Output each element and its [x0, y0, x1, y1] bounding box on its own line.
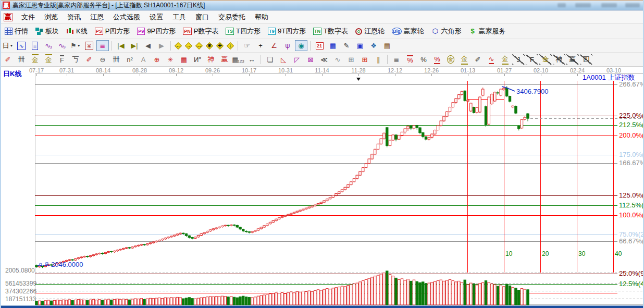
toolbar-t-number-table[interactable]: TNT数字表 — [309, 26, 352, 37]
fit-view-button[interactable]: ↕ — [226, 41, 235, 51]
shen-angle[interactable]: 神 — [553, 54, 565, 65]
measure-line-button[interactable]: ∠ — [268, 40, 280, 51]
toolbar-winner-wheel[interactable]: Big赢家轮 — [388, 26, 428, 37]
flag-marker-button[interactable]: ⚑▼ — [69, 40, 82, 51]
box-corner[interactable]: ❏ — [264, 54, 276, 65]
menu-item-8[interactable]: 交易委托 — [214, 11, 250, 23]
gold-ruler-b[interactable]: 金 — [42, 54, 55, 65]
ruler-tool-2[interactable]: 卌 — [110, 54, 122, 65]
toolbar-9p-square[interactable]: P99P四方形 — [133, 26, 179, 37]
menu-item-6[interactable]: 工具 — [168, 11, 191, 23]
s-tool[interactable]: 丂 — [69, 54, 82, 65]
menu-item-5[interactable]: 设置 — [145, 11, 168, 23]
toolbar-t-square[interactable]: TST四方形 — [222, 26, 264, 37]
calculator-button[interactable]: ▦ — [327, 40, 339, 51]
menu-item-9[interactable]: 帮助 — [250, 11, 273, 23]
menu-item-3[interactable]: 江恩 — [85, 11, 108, 23]
prev-bar-button[interactable]: ◀ — [142, 40, 154, 51]
trend-overlay-button[interactable]: ∿ — [15, 40, 28, 51]
calendar-button[interactable]: 21 — [313, 40, 326, 51]
toolbar-sectors[interactable]: 板块 — [32, 26, 63, 37]
wave-channel[interactable]: ∿ — [485, 54, 498, 65]
j-angle[interactable]: J — [512, 54, 525, 65]
wave9-button[interactable]: ∿9 — [56, 40, 68, 51]
fan-lines[interactable]: ≪ — [318, 54, 330, 65]
menu-item-7[interactable]: 窗口 — [191, 11, 214, 23]
f-ruler[interactable]: F — [56, 54, 68, 65]
kline-chart-canvas[interactable] — [1, 67, 644, 306]
x-box[interactable]: ⊠ — [304, 54, 317, 65]
menu-item-1[interactable]: 浏览 — [40, 11, 63, 23]
expand-all-button[interactable]: ✚ — [215, 41, 225, 51]
zigzag-tool[interactable]: ∿ — [331, 54, 344, 65]
kline-chart-area[interactable]: 日K线 1A0001 上证指数 3406.7900 2046.0000 2005… — [1, 67, 644, 306]
ying-ruler[interactable]: 赢 — [218, 54, 231, 65]
fork-tool-button[interactable]: ψ — [281, 40, 294, 51]
toolbar-hexagon[interactable]: ⬡六角形 — [428, 26, 465, 37]
expand-h-button[interactable]: ↔ — [194, 41, 204, 51]
fan-from-corner[interactable]: ◺ — [277, 54, 290, 65]
red-marker-pen[interactable]: ✐ — [83, 54, 95, 65]
gold-ruler-a[interactable]: 金 — [29, 54, 41, 65]
shen-ruler[interactable]: 神 — [205, 54, 217, 65]
ai-analysis-button[interactable]: ◉ — [295, 40, 307, 51]
next-bar-button[interactable]: ▶ — [155, 40, 168, 51]
save-button[interactable]: ▣ — [354, 40, 366, 51]
toolbar-p-number-table[interactable]: PNP数字表 — [179, 26, 222, 37]
menu-item-2[interactable]: 资讯 — [63, 11, 85, 23]
menu-item-4[interactable]: 公式选股 — [108, 11, 145, 23]
toolbar-9t-square[interactable]: T99T四方形 — [264, 26, 309, 37]
wave3-button[interactable]: ∿3 — [42, 40, 55, 51]
target-cross[interactable]: ⊕ — [151, 54, 163, 65]
toolbar-gann-wheel[interactable]: 江恩轮 — [352, 26, 388, 37]
toolbar-winner-service[interactable]: $赢家服务 — [465, 26, 510, 37]
cycle-ruler[interactable]: ⊖ — [96, 54, 109, 65]
child-window-icon[interactable]: 赢 — [4, 13, 13, 21]
toolbar-quotes[interactable]: 行情 — [1, 26, 32, 37]
gold-underline[interactable]: 金 — [499, 54, 511, 65]
si-angle[interactable]: 四 — [580, 54, 592, 65]
angle-quote[interactable]: И″ — [191, 54, 204, 65]
gold-circle[interactable]: 金 — [444, 54, 457, 65]
last-bar-button[interactable]: ▶| — [128, 40, 141, 51]
menu-item-0[interactable]: 文件 — [17, 11, 40, 23]
remote-pc-button[interactable]: ▤ — [381, 40, 393, 51]
f-angle[interactable]: F — [526, 54, 538, 65]
draw-pen[interactable]: ✐ — [2, 54, 14, 65]
toolbar-p-square[interactable]: PSP四方形 — [91, 26, 134, 37]
flag-marker-button-dropdown-icon[interactable]: ▼ — [77, 44, 81, 47]
parallel-lines[interactable]: ∥ — [372, 54, 385, 65]
grid-box[interactable]: ▦ — [178, 54, 190, 65]
toolbar-kline[interactable]: K线 — [63, 26, 91, 37]
grid-arrow[interactable]: ⊞ — [358, 54, 371, 65]
count-grid[interactable]: ▦123 — [232, 54, 244, 65]
marker-pen-2[interactable]: ✐ — [472, 54, 484, 65]
percent-slash[interactable]: % — [404, 54, 416, 65]
candle-style-button[interactable]: 日▼ — [2, 40, 14, 51]
fan-box[interactable]: ◸ — [291, 54, 303, 65]
percent-line[interactable]: % — [431, 54, 443, 65]
crosshair-button[interactable]: + — [254, 40, 267, 51]
compress-button[interactable]: ✱ — [205, 41, 214, 51]
ruler-tool[interactable]: 卌 — [15, 54, 28, 65]
gold-angle[interactable]: 金 — [539, 54, 552, 65]
info-panel-button[interactable]: ≡ — [29, 40, 41, 51]
shift-right-button[interactable]: → — [184, 41, 193, 51]
period-label[interactable]: 日K线 — [3, 69, 21, 79]
gold-levels[interactable]: 金 — [458, 54, 470, 65]
gann-shape-button[interactable]: ※ — [83, 40, 95, 51]
star-grid[interactable]: ✳ — [164, 54, 177, 65]
mirror-tool[interactable]: A — [137, 54, 150, 65]
candle-style-button-dropdown-icon[interactable]: ▼ — [10, 44, 14, 47]
pan-hand-button[interactable]: ☞ — [241, 40, 253, 51]
first-bar-button[interactable]: |◀ — [115, 40, 127, 51]
histogram-button[interactable]: ≣ — [96, 40, 109, 51]
span-tool[interactable]: ↔ — [245, 54, 258, 65]
ying-angle[interactable]: 赢 — [566, 54, 579, 65]
n-squared-tool[interactable]: n² — [123, 54, 136, 65]
shift-left-button[interactable]: ← — [174, 41, 183, 51]
network-button[interactable]: ❖ — [367, 40, 380, 51]
percent-tool[interactable]: % — [417, 54, 430, 65]
price-levels[interactable]: ≣ — [390, 54, 403, 65]
notes-button[interactable]: ✎ — [340, 40, 353, 51]
